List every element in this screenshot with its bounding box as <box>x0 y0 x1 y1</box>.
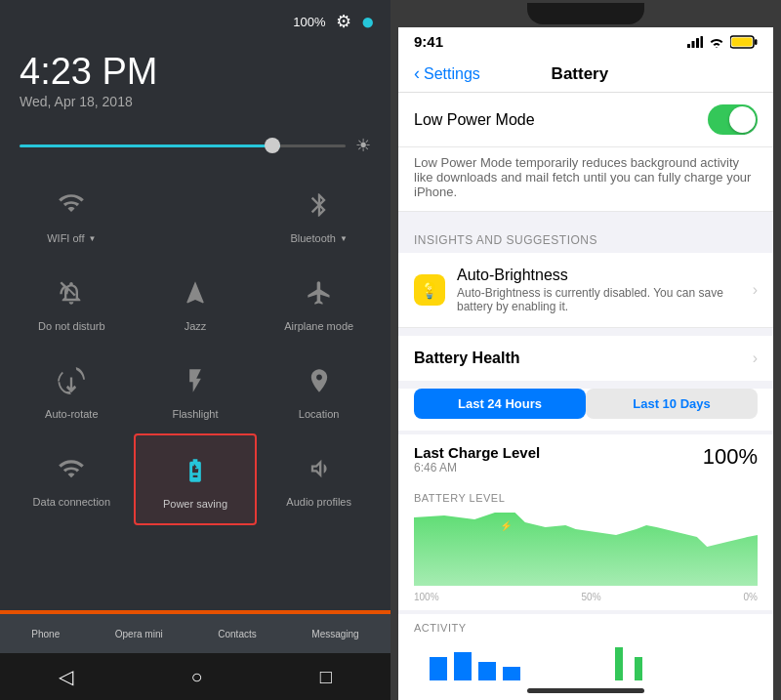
tile-donotdisturb[interactable]: Do not disturb <box>10 258 134 346</box>
jazz-icon <box>174 271 217 314</box>
wifi-label-row: WIFI off ▼ <box>47 232 96 244</box>
bt-label: Bluetooth <box>290 232 335 244</box>
chart-labels: 100% 50% 0% <box>414 592 758 602</box>
taskbar-contacts[interactable]: Contacts <box>218 629 256 639</box>
auto-brightness-sub: Auto-Brightness is currently disabled. Y… <box>457 286 753 313</box>
ios-time: 9:41 <box>414 33 443 50</box>
ios-status-bar: 9:41 <box>398 27 773 56</box>
taskbar-messaging[interactable]: Messaging <box>311 629 358 639</box>
dnd-label: Do not disturb <box>38 320 104 332</box>
home-nav[interactable]: ○ <box>190 666 202 688</box>
svg-rect-13 <box>615 647 623 680</box>
activity-section: ACTIVITY <box>398 614 773 680</box>
brightness-row: ☀ <box>0 129 390 170</box>
tile-airplane[interactable]: Airplane mode <box>257 258 381 346</box>
last-charge-label: Last Charge Level <box>414 444 540 461</box>
svg-rect-5 <box>755 39 758 45</box>
chart-label-0: 0% <box>744 592 758 602</box>
data-label: Data connection <box>33 496 111 508</box>
insights-section: 💡 Auto-Brightness Auto-Brightness is cur… <box>398 253 773 328</box>
quick-tiles-row1: WIFI off ▼ Bluetooth ▼ <box>0 170 390 258</box>
battery-icon-ios <box>730 35 758 49</box>
settings-icon[interactable]: ⚙ <box>336 11 351 32</box>
auto-brightness-row[interactable]: 💡 Auto-Brightness Auto-Brightness is cur… <box>398 253 773 328</box>
back-nav[interactable]: ◁ <box>59 665 73 688</box>
android-taskbar: Phone Opera mini Contacts Messaging <box>0 614 390 653</box>
tile-powersaving[interactable]: Power saving <box>134 433 258 525</box>
audio-icon <box>298 447 341 490</box>
recents-nav[interactable]: □ <box>320 666 332 688</box>
activity-chart <box>414 638 758 680</box>
low-power-toggle[interactable] <box>708 104 758 135</box>
taskbar-phone[interactable]: Phone <box>31 629 60 639</box>
airplane-label: Airplane mode <box>284 320 353 332</box>
quick-tiles-row4: Data connection Power saving Audio profi… <box>0 433 390 525</box>
jazz-label: Jazz <box>185 320 207 332</box>
last-charge-info: Last Charge Level 6:46 AM <box>414 444 540 474</box>
battery-health-row[interactable]: Battery Health › <box>398 336 773 381</box>
notch-shape <box>527 3 644 24</box>
svg-marker-7 <box>414 513 758 586</box>
tab-24h[interactable]: Last 24 Hours <box>414 389 586 419</box>
powersaving-label: Power saving <box>163 498 227 510</box>
time-block: 4:23 PM Wed, Apr 18, 2018 <box>0 43 390 129</box>
autorotate-label: Auto-rotate <box>45 408 98 420</box>
svg-rect-14 <box>635 657 642 680</box>
tile-bluetooth[interactable]: Bluetooth ▼ <box>257 170 381 258</box>
home-bar <box>527 688 644 693</box>
battery-level-header: BATTERY LEVEL <box>414 492 758 504</box>
tile-autorotate[interactable]: Auto-rotate <box>10 346 134 433</box>
quick-tiles-row2: Do not disturb Jazz Airplane mode <box>0 258 390 346</box>
battery-health-chevron: › <box>753 350 758 367</box>
android-bottom-nav: ◁ ○ □ <box>0 653 390 700</box>
svg-rect-9 <box>430 657 447 680</box>
auto-brightness-title: Auto-Brightness <box>457 267 753 284</box>
back-label: Settings <box>424 65 480 83</box>
location-label: Location <box>299 408 340 420</box>
tile-audioprofiles[interactable]: Audio profiles <box>257 433 381 525</box>
brightness-icon: ☀ <box>355 135 371 156</box>
tab-10d[interactable]: Last 10 Days <box>586 389 758 419</box>
low-power-section: Low Power Mode Low Power Mode temporaril… <box>398 93 773 212</box>
ios-status-icons <box>687 35 758 49</box>
dnd-icon <box>50 271 93 314</box>
bt-caret: ▼ <box>340 234 348 243</box>
bluetooth-icon <box>298 184 341 226</box>
ios-panel: 9:41 ‹ Settings Battery <box>390 0 781 700</box>
brightness-thumb <box>265 138 280 153</box>
android-status-bar: 100% ⚙ ● <box>0 0 390 43</box>
svg-text:⚡: ⚡ <box>500 519 513 532</box>
battery-status: 100% <box>293 15 325 29</box>
account-icon[interactable]: ● <box>361 8 376 35</box>
chevron-right-icon: › <box>753 281 758 299</box>
signal-icon <box>687 36 703 48</box>
low-power-description: Low Power Mode temporarily reduces backg… <box>398 147 773 212</box>
tile-location[interactable]: Location <box>257 346 381 433</box>
svg-rect-6 <box>732 37 753 46</box>
toggle-thumb <box>729 106 756 133</box>
activity-header: ACTIVITY <box>414 622 758 634</box>
airplane-icon <box>298 271 341 314</box>
svg-rect-12 <box>503 667 520 680</box>
tile-flashlight[interactable]: Flashlight <box>134 346 258 433</box>
back-button[interactable]: ‹ Settings <box>414 63 480 84</box>
wifi-icon-ios <box>709 36 724 48</box>
wifi-label: WIFI off <box>47 232 84 244</box>
time-range-tabs: Last 24 Hours Last 10 Days <box>398 389 773 431</box>
tile-wifi[interactable]: WIFI off ▼ <box>10 170 134 258</box>
current-time: 4:23 PM <box>20 53 371 90</box>
last-charge-row: Last Charge Level 6:46 AM 100% <box>398 434 773 484</box>
low-power-label: Low Power Mode <box>414 111 708 129</box>
autorotate-icon <box>50 359 93 402</box>
last-charge-time: 6:46 AM <box>414 461 540 474</box>
back-chevron-icon: ‹ <box>414 63 420 84</box>
ios-content: Low Power Mode Low Power Mode temporaril… <box>398 93 773 680</box>
wifi-caret: ▼ <box>89 234 97 243</box>
tile-dataconnection[interactable]: Data connection <box>10 433 134 525</box>
chart-label-100: 100% <box>414 592 439 602</box>
svg-rect-3 <box>701 36 704 48</box>
wifi-icon <box>50 184 93 226</box>
brightness-slider[interactable] <box>20 144 346 147</box>
taskbar-opera[interactable]: Opera mini <box>115 629 163 639</box>
tile-jazz[interactable]: Jazz <box>134 258 258 346</box>
